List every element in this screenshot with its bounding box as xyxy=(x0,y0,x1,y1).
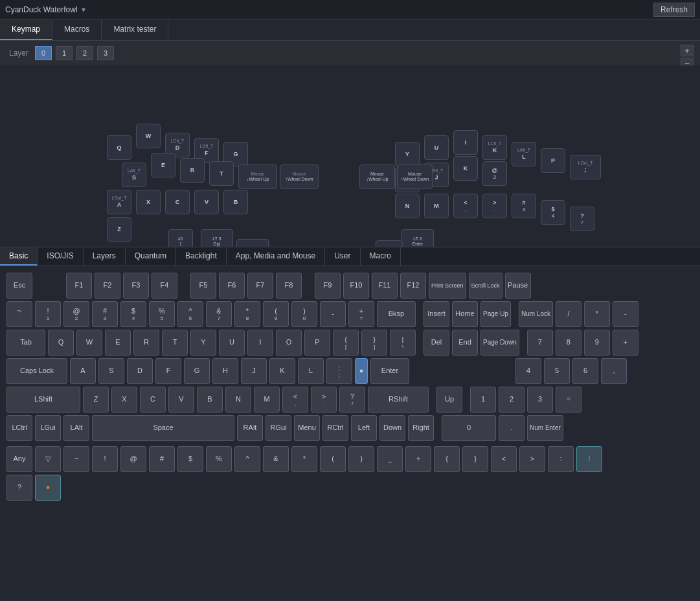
kmtab-quantum[interactable]: Quantum xyxy=(126,247,176,266)
key-a[interactable]: A xyxy=(70,358,96,384)
key-f12[interactable]: F12 xyxy=(400,273,426,299)
vkey-n[interactable]: N xyxy=(395,194,420,218)
kmtab-basic[interactable]: Basic xyxy=(0,247,38,266)
key-4[interactable]: $4 xyxy=(120,301,146,327)
tab-macros[interactable]: Macros xyxy=(52,19,102,40)
key-left[interactable]: Left xyxy=(351,415,377,441)
vkey-t2[interactable]: T xyxy=(209,161,234,186)
layer-btn-3[interactable]: 3 xyxy=(97,46,114,60)
key-p[interactable]: P xyxy=(304,330,330,356)
vkey-mouse-wheel-up[interactable]: Mouse↓Wheel Up xyxy=(238,164,277,189)
key-x[interactable]: X xyxy=(111,387,137,413)
key-num-dot[interactable]: . xyxy=(499,415,525,441)
vkey-p[interactable]: LAlt_TL xyxy=(512,142,536,166)
key-colon[interactable]: : xyxy=(548,446,574,472)
key-rctrl[interactable]: RCtrl xyxy=(322,415,348,441)
key-backslash[interactable]: |\ xyxy=(390,330,416,356)
key-semicolon[interactable]: :; xyxy=(326,358,352,384)
key-num-4[interactable]: 4 xyxy=(515,358,541,384)
vkey-u[interactable]: U xyxy=(424,135,449,160)
vkey-at2[interactable]: @2 xyxy=(482,161,507,186)
key-quote[interactable]: ● xyxy=(355,358,368,384)
key-num-0[interactable]: 0 xyxy=(442,415,496,441)
key-amp[interactable]: & xyxy=(263,446,289,472)
key-l[interactable]: L xyxy=(298,358,324,384)
kmtab-macro[interactable]: Macro xyxy=(361,247,401,266)
key-num-3[interactable]: 3 xyxy=(527,387,553,413)
key-6[interactable]: ^6 xyxy=(177,301,203,327)
key-del[interactable]: Del xyxy=(423,330,449,356)
key-equals[interactable]: += xyxy=(348,301,374,327)
key-lctrl[interactable]: LCtrl xyxy=(6,415,32,441)
key-rcurly[interactable]: } xyxy=(462,446,488,472)
key-h[interactable]: H xyxy=(212,358,238,384)
key-lalt[interactable]: LAlt xyxy=(63,415,89,441)
key-b[interactable]: B xyxy=(197,387,223,413)
vkey-mouse-wheel-down[interactable]: Mouse↑Wheel Down xyxy=(280,164,319,189)
key-num-5[interactable]: 5 xyxy=(544,358,570,384)
key-num-slash[interactable]: / xyxy=(556,301,581,327)
vkey-mouse-r1[interactable]: Mouse↓Wheel Up xyxy=(359,164,395,189)
key-page-up[interactable]: Page Up xyxy=(480,301,511,327)
key-gt[interactable]: > xyxy=(519,446,545,472)
key-print-screen[interactable]: Print Screen xyxy=(429,273,466,299)
key-caret[interactable]: ^ xyxy=(234,446,260,472)
key-num-plus[interactable]: + xyxy=(613,330,638,356)
key-f5[interactable]: F5 xyxy=(190,273,216,299)
key-underscore[interactable]: _ xyxy=(377,446,403,472)
vkey-lt1b[interactable]: LT 1Space xyxy=(236,239,269,247)
key-q[interactable]: Q xyxy=(48,330,74,356)
key-num-star[interactable]: * xyxy=(584,301,610,327)
key-e[interactable]: E xyxy=(105,330,131,356)
vkey-w[interactable]: W xyxy=(136,124,161,148)
key-excl[interactable]: ! xyxy=(92,446,118,472)
vkey-e2[interactable]: E xyxy=(151,153,175,177)
key-1[interactable]: !1 xyxy=(35,301,61,327)
key-down[interactable]: Down xyxy=(379,415,405,441)
key-f1[interactable]: F1 xyxy=(66,273,92,299)
key-0[interactable]: )0 xyxy=(291,301,317,327)
key-f4[interactable]: F4 xyxy=(152,273,177,299)
key-k[interactable]: K xyxy=(269,358,295,384)
key-lcurly[interactable]: { xyxy=(434,446,460,472)
key-num-lock[interactable]: Num Lock xyxy=(519,301,553,327)
vkey-bksp[interactable]: Bksp xyxy=(376,240,403,247)
key-g[interactable]: G xyxy=(184,358,210,384)
vkey-lt1[interactable]: #11 xyxy=(168,229,193,247)
key-trns[interactable]: ▽ xyxy=(35,446,61,472)
vkey-q[interactable]: Q xyxy=(107,135,131,160)
key-tilde2[interactable]: ~ xyxy=(63,446,89,472)
key-tilde[interactable]: ~` xyxy=(6,301,32,327)
key-f7[interactable]: F7 xyxy=(247,273,273,299)
key-w[interactable]: W xyxy=(76,330,102,356)
key-page-down[interactable]: Page Down xyxy=(480,330,519,356)
key-home[interactable]: Home xyxy=(452,301,478,327)
key-num-1[interactable]: 1 xyxy=(470,387,496,413)
key-rparen[interactable]: ) xyxy=(348,446,374,472)
key-right[interactable]: Right xyxy=(408,415,434,441)
key-rbracket[interactable]: }] xyxy=(361,330,387,356)
key-rgui[interactable]: RGui xyxy=(265,415,291,441)
key-f2[interactable]: F2 xyxy=(95,273,120,299)
key-num-9[interactable]: 9 xyxy=(584,330,610,356)
key-s[interactable]: S xyxy=(98,358,124,384)
vkey-x[interactable]: X xyxy=(136,190,161,214)
kmtab-user[interactable]: User xyxy=(325,247,360,266)
kmtab-app-media[interactable]: App, Media and Mouse xyxy=(227,247,325,266)
key-gt-dot[interactable]: >. xyxy=(311,387,337,413)
key-slash[interactable]: ?/ xyxy=(339,387,365,413)
refresh-button[interactable]: Refresh xyxy=(653,3,695,17)
key-lgui[interactable]: LGui xyxy=(35,415,61,441)
key-num-8[interactable]: 8 xyxy=(556,330,581,356)
key-num-minus[interactable]: - xyxy=(613,301,638,327)
key-v[interactable]: V xyxy=(168,387,194,413)
key-7[interactable]: &7 xyxy=(206,301,232,327)
key-2[interactable]: @2 xyxy=(63,301,89,327)
key-5[interactable]: %5 xyxy=(149,301,175,327)
vkey-dot[interactable]: >. xyxy=(482,194,507,218)
key-hash[interactable]: # xyxy=(149,446,175,472)
key-bksp[interactable]: Bksp xyxy=(377,301,416,327)
key-dollar[interactable]: $ xyxy=(177,446,203,472)
key-i[interactable]: I xyxy=(247,330,273,356)
key-f6[interactable]: F6 xyxy=(219,273,245,299)
